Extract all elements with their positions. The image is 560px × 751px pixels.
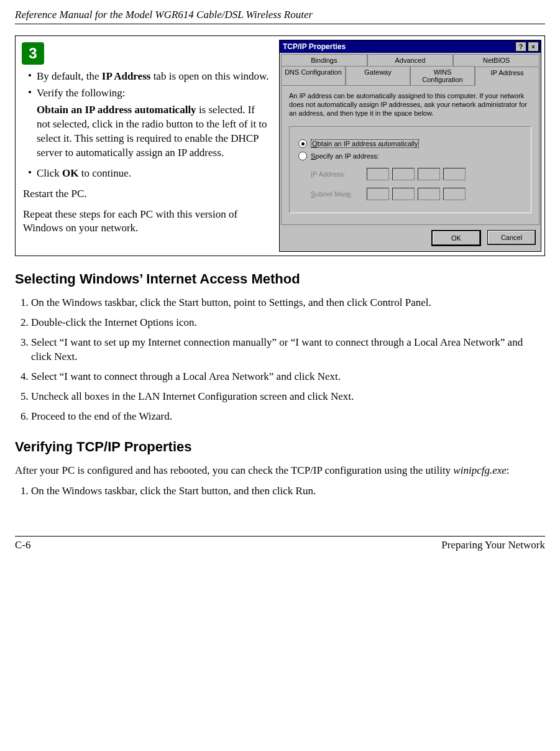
step-instructions: 3 • By default, the IP Address tab is op… [16, 36, 277, 256]
ordered-steps-selecting: On the Windows taskbar, click the Start … [17, 296, 545, 424]
field-label: Subnet Mask: [311, 190, 367, 198]
ok-button[interactable]: OK [431, 230, 481, 246]
radio-specify[interactable]: Specify an IP address: [298, 152, 522, 160]
bullet-icon: • [28, 86, 37, 101]
screenshot-column: TCP/IP Properties ? × Bindings Advanced … [277, 36, 544, 256]
list-item: Proceed to the end of the Wizard. [31, 410, 545, 424]
radio-icon [298, 152, 307, 160]
radio-obtain-auto[interactable]: Obtain an IP address automatically [298, 139, 522, 148]
tab-dns-configuration[interactable]: DNS Configuration [281, 66, 346, 85]
page-number: C-6 [15, 539, 31, 551]
tab-bindings[interactable]: Bindings [281, 54, 367, 66]
dialog-button-row: OK Cancel [281, 225, 539, 250]
list-item: Double-click the Internet Options icon. [31, 316, 545, 330]
section-name: Preparing Your Network [441, 539, 545, 551]
plain-text: Restart the PC. [23, 187, 270, 201]
bullet-text: Click OK to continue. [37, 167, 270, 181]
ip-address-input: . . . [367, 168, 466, 180]
field-label: IP Address: [311, 170, 367, 178]
subnet-mask-field: Subnet Mask: . . . [311, 188, 522, 200]
subnet-mask-input: . . . [367, 188, 466, 200]
step-number-badge: 3 [22, 42, 44, 65]
list-item: On the Windows taskbar, click the Start … [31, 484, 545, 499]
running-header: Reference Manual for the Model WGR614 Ca… [15, 0, 545, 24]
ip-mode-groupbox: Obtain an IP address automatically Speci… [289, 126, 531, 213]
list-item: Select “I want to connect through a Loca… [31, 370, 545, 384]
section-heading-selecting: Selecting Windows’ Internet Access Metho… [15, 271, 545, 287]
header-title: Reference Manual for the Model WGR614 Ca… [15, 9, 313, 21]
page-footer: C-6 Preparing Your Network [15, 536, 545, 551]
tab-netbios[interactable]: NetBIOS [453, 54, 539, 66]
ip-address-field: IP Address: . . . [311, 168, 522, 180]
bullet-subtext: Obtain an IP address automatically is se… [37, 103, 270, 160]
bullet-text: Verify the following: [37, 86, 270, 101]
radio-icon [298, 139, 307, 148]
step-row: 3 • By default, the IP Address tab is op… [15, 35, 545, 256]
dialog-description: An IP address can be automatically assig… [289, 92, 531, 117]
tab-page-ip-address: An IP address can be automatically assig… [281, 85, 539, 225]
cancel-button[interactable]: Cancel [487, 230, 536, 245]
tab-advanced[interactable]: Advanced [367, 54, 454, 66]
radio-label: Specify an IP address: [311, 152, 379, 160]
help-button[interactable]: ? [515, 42, 526, 52]
list-item: Select “I want to set up my Internet con… [31, 336, 545, 364]
plain-text: Repeat these steps for each PC with this… [23, 208, 270, 236]
tab-gateway[interactable]: Gateway [346, 66, 410, 85]
paragraph: After your PC is configured and has rebo… [15, 464, 545, 478]
radio-label: Obtain an IP address automatically [311, 139, 419, 148]
tcpip-properties-dialog: TCP/IP Properties ? × Bindings Advanced … [279, 40, 541, 252]
dialog-titlebar: TCP/IP Properties ? × [280, 40, 541, 53]
tab-row-back: Bindings Advanced NetBIOS [281, 54, 539, 66]
tab-wins-configuration[interactable]: WINS Configuration [410, 66, 475, 85]
close-button[interactable]: × [528, 42, 539, 52]
list-item: On the Windows taskbar, click the Start … [31, 296, 545, 310]
bullet-icon: • [28, 70, 37, 84]
ordered-steps-verifying: On the Windows taskbar, click the Start … [17, 484, 545, 499]
dialog-title: TCP/IP Properties [282, 42, 514, 51]
bullet-text: By default, the IP Address tab is open o… [37, 70, 270, 84]
tab-row-front: DNS Configuration Gateway WINS Configura… [281, 66, 539, 85]
bullet-icon: • [28, 167, 37, 181]
tab-ip-address[interactable]: IP Address [475, 67, 539, 86]
section-heading-verifying: Verifying TCP/IP Properties [15, 439, 545, 455]
list-item: Uncheck all boxes in the LAN Internet Co… [31, 390, 545, 404]
